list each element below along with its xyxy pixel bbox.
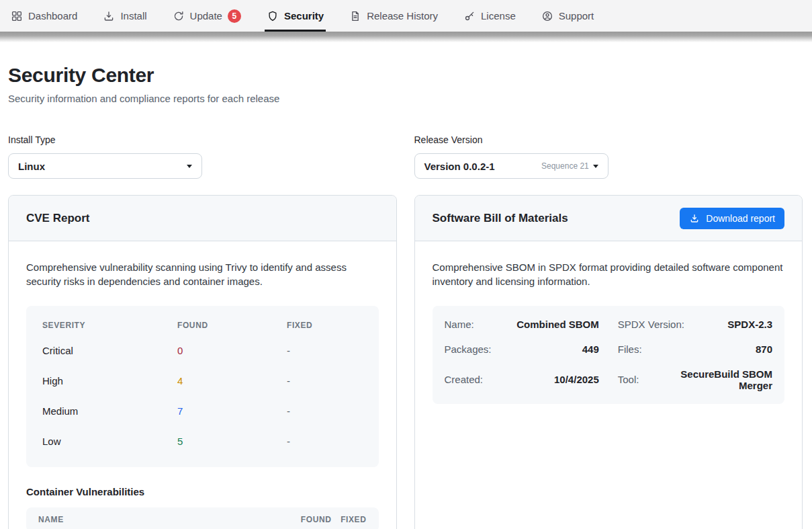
severity-label: Critical [42, 345, 177, 356]
detail-label: Created: [445, 374, 484, 385]
install-icon [103, 10, 115, 22]
download-icon [689, 213, 700, 224]
install-type-select[interactable]: Linux [8, 153, 202, 179]
sbom-detail-created: Created: 10/4/2025 [445, 362, 599, 398]
update-icon [173, 10, 185, 22]
sbom-detail-spdx-version: SPDX Version: SPDX-2.3 [618, 312, 772, 337]
nav-label: Update [190, 10, 222, 22]
release-version-value: Version 0.0.2-1 [424, 161, 495, 172]
container-vulnerabilities-title: Container Vulnerabilities [26, 486, 379, 497]
detail-value: 870 [756, 343, 772, 355]
nav-label: Dashboard [28, 10, 77, 22]
sbom-card: Software Bill of Materials Download repo… [414, 195, 803, 529]
detail-label: Files: [618, 343, 642, 355]
sbom-detail-files: Files: 870 [618, 337, 772, 362]
cve-report-header: CVE Report [9, 196, 396, 241]
detail-value: 449 [582, 343, 599, 355]
sbom-detail-name: Name: Combined SBOM [445, 312, 599, 337]
sbom-header: Software Bill of Materials Download repo… [415, 196, 803, 241]
nav-item-release-history[interactable]: Release History [349, 0, 438, 32]
chevron-down-icon [593, 165, 598, 168]
sbom-detail-tool: Tool: SecureBuild SBOM Merger [618, 362, 772, 398]
sbom-detail-packages: Packages: 449 [445, 337, 599, 362]
update-count-badge: 5 [228, 9, 241, 23]
page-title: Security Center [8, 64, 803, 87]
chevron-down-icon [187, 165, 192, 168]
found-column-header: FOUND [281, 515, 332, 524]
detail-value: 10/4/2025 [554, 374, 599, 385]
sbom-body: Comprehensive SBOM in SPDX format provid… [415, 241, 803, 529]
page-subtitle: Security information and compliance repo… [8, 93, 803, 104]
table-row: Low 5 - [42, 426, 363, 456]
top-nav: Dashboard Install Update 5 Security Rele… [0, 0, 812, 32]
detail-label: Packages: [445, 343, 492, 355]
sbom-description: Comprehensive SBOM in SPDX format provid… [433, 260, 785, 289]
release-history-icon [349, 10, 361, 22]
nav-item-install[interactable]: Install [103, 0, 146, 32]
severity-column-header: SEVERITY [42, 321, 177, 330]
severity-label: High [42, 375, 177, 386]
fixed-value: - [287, 345, 363, 356]
cve-report-title: CVE Report [26, 212, 89, 225]
found-value: 7 [177, 405, 287, 417]
header-scroll-shadow [0, 32, 812, 42]
detail-label: SPDX Version: [618, 319, 684, 330]
table-row: Medium 7 - [42, 396, 363, 426]
nav-item-support[interactable]: Support [541, 0, 594, 32]
found-value: 0 [177, 345, 287, 356]
fixed-value: - [287, 436, 363, 447]
dashboard-icon [11, 10, 23, 22]
support-icon [541, 10, 553, 22]
nav-item-security[interactable]: Security [267, 0, 324, 32]
nav-label: Install [120, 10, 146, 22]
name-column-header: NAME [38, 515, 281, 524]
filters-row: Install Type Linux Release Version Versi… [8, 134, 803, 179]
install-type-value: Linux [18, 161, 45, 172]
release-sequence-text: Sequence 21 [541, 161, 589, 171]
sbom-details-grid: Name: Combined SBOM SPDX Version: SPDX-2… [433, 306, 785, 404]
release-version-label: Release Version [414, 134, 803, 145]
cve-report-body: Comprehensive vulnerability scanning usi… [9, 241, 396, 529]
fixed-column-header: FIXED [287, 321, 363, 330]
severity-label: Low [42, 436, 177, 447]
severity-table: SEVERITY FOUND FIXED Critical 0 - High 4… [26, 306, 379, 467]
severity-label: Medium [42, 405, 177, 417]
fixed-value: - [287, 375, 363, 386]
report-cards: CVE Report Comprehensive vulnerability s… [8, 195, 803, 529]
install-type-label: Install Type [8, 134, 397, 145]
detail-label: Tool: [618, 374, 639, 385]
cve-report-card: CVE Report Comprehensive vulnerability s… [8, 195, 397, 529]
nav-label: Security [284, 10, 324, 22]
nav-label: License [481, 10, 516, 22]
detail-value: SecureBuild SBOM Merger [645, 368, 772, 391]
detail-value: Combined SBOM [516, 319, 599, 330]
found-value: 5 [177, 436, 287, 447]
download-report-label: Download report [706, 213, 775, 224]
detail-value: SPDX-2.3 [727, 319, 772, 330]
nav-item-update[interactable]: Update 5 [173, 0, 241, 32]
found-column-header: FOUND [177, 321, 287, 330]
install-type-filter: Install Type Linux [8, 134, 397, 179]
fixed-value: - [287, 405, 363, 417]
security-shield-icon [267, 10, 279, 22]
detail-label: Name: [445, 319, 474, 330]
nav-item-dashboard[interactable]: Dashboard [11, 0, 77, 32]
severity-table-header: SEVERITY FOUND FIXED [42, 310, 363, 335]
table-row: Critical 0 - [42, 335, 363, 366]
table-row: High 4 - [42, 366, 363, 396]
nav-item-license[interactable]: License [463, 0, 516, 32]
sbom-title: Software Bill of Materials [433, 212, 568, 225]
download-report-button[interactable]: Download report [680, 208, 784, 229]
release-version-filter: Release Version Version 0.0.2-1 Sequence… [414, 134, 803, 179]
container-vulnerabilities-table-header: NAME FOUND FIXED [26, 507, 379, 529]
nav-label: Support [559, 10, 594, 22]
release-version-select[interactable]: Version 0.0.2-1 Sequence 21 [414, 153, 608, 179]
main-content: Security Center Security information and… [0, 42, 812, 529]
license-key-icon [463, 10, 476, 22]
nav-label: Release History [367, 10, 438, 22]
cve-report-description: Comprehensive vulnerability scanning usi… [26, 260, 379, 289]
found-value: 4 [177, 375, 287, 386]
fixed-column-header: FIXED [332, 515, 367, 524]
